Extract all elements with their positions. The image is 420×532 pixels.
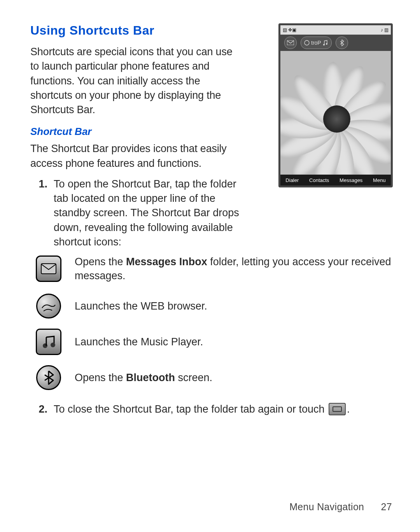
phone-bluetooth-icon [336,37,348,49]
svg-point-6 [326,43,327,45]
shortcut-desc: Launches the WEB browser. [75,299,207,313]
page-footer: Menu Navigation 27 [289,501,392,513]
svg-point-5 [323,44,325,46]
phone-messages-icon [284,37,297,49]
messages-icon [36,256,61,282]
step-text: To open the Shortcut Bar, tap the folder… [54,177,242,249]
globe-icon [36,293,61,319]
step-text: To close the Shortcut Bar, tap the folde… [54,402,350,416]
shortcut-row-music: Launches the Music Player. [30,329,393,355]
ordered-list: 1. To open the Shortcut Bar, tap the fol… [30,177,242,249]
list-item: 2. To close the Shortcut Bar, tap the fo… [30,402,393,416]
wallpaper-flower [280,51,391,175]
folder-tab-icon [329,403,346,415]
step-number: 2. [30,402,47,416]
softkey: Menu [373,177,386,183]
shortcut-row-web: Launches the WEB browser. [30,293,393,319]
bluetooth-icon [36,365,61,390]
page-number: 27 [381,501,392,512]
softkey-bar: Dialer Contacts Messages Menu [280,175,391,186]
shortcut-desc: Launches the Music Player. [75,335,203,349]
list-item: 1. To open the Shortcut Bar, tap the fol… [30,177,242,249]
shortcut-intro: The Shortcut Bar provides icons that eas… [30,142,242,171]
battery-icon: ♪ ▥ [381,27,388,33]
phone-screenshot: ▧ ✥▣ ♪ ▥ troP Dialer Contacts [278,23,393,187]
softkey: Dialer [285,177,299,183]
chapter-name: Menu Navigation [289,501,364,512]
svg-rect-0 [41,264,56,274]
shortcut-row-bluetooth: Opens the Bluetooth screen. [30,365,393,390]
status-bar: ▧ ✥▣ ♪ ▥ [280,25,391,35]
shortcut-desc: Opens the Bluetooth screen. [75,371,212,385]
svg-point-2 [51,343,55,347]
heading-sub: Shortcut Bar [30,126,242,138]
shortcut-row-messages: Opens the Messages Inbox folder, letting… [30,255,393,283]
intro-para: Shortcuts are special icons that you can… [30,45,242,117]
music-icon [36,329,61,355]
phone-web-pill: troP [301,37,332,49]
softkey: Contacts [309,177,329,183]
signal-icon: ▧ ✥▣ [283,27,296,33]
shortcut-desc: Opens the Messages Inbox folder, letting… [75,255,393,283]
svg-point-4 [304,40,309,45]
softkey: Messages [340,177,362,183]
phone-shortcut-bar: troP [280,35,391,51]
step-number: 1. [30,177,47,249]
